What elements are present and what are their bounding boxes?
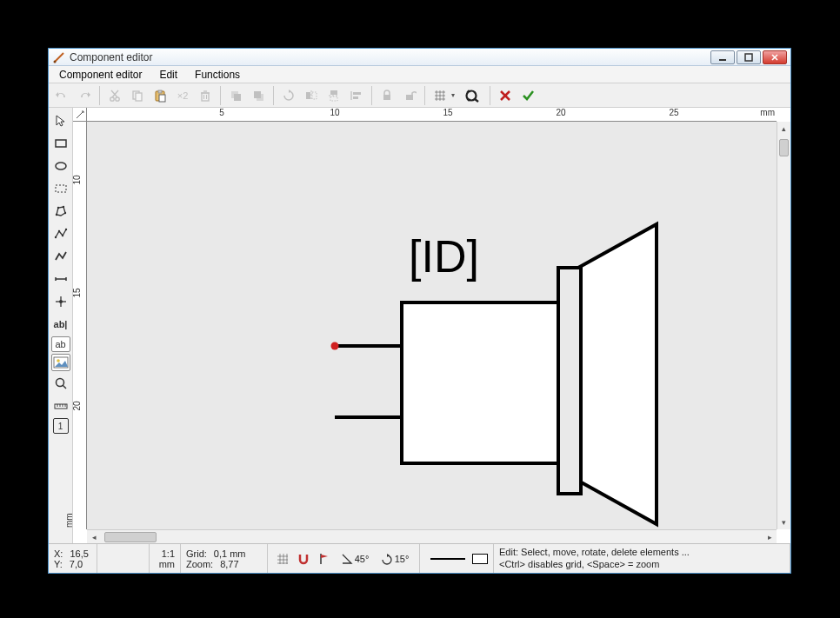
scrollbar-horizontal[interactable]: ◂ ▸: [87, 529, 777, 543]
svg-point-51: [63, 212, 65, 214]
svg-line-0: [55, 53, 63, 62]
grid-button[interactable]: [430, 85, 450, 106]
svg-rect-34: [406, 95, 413, 100]
tool-text-dynamic[interactable]: ab: [51, 336, 70, 352]
maximize-button[interactable]: [737, 50, 761, 64]
to-back-button[interactable]: [248, 85, 269, 106]
svg-rect-24: [306, 92, 310, 99]
svg-line-8: [112, 90, 118, 97]
tool-connection[interactable]: [50, 269, 71, 289]
svg-point-55: [64, 229, 66, 230]
tool-pin[interactable]: [50, 291, 71, 312]
snap-flag-button[interactable]: [315, 549, 334, 568]
tool-select[interactable]: [50, 110, 71, 131]
scrollbar-vertical[interactable]: ▴ ▾: [777, 122, 790, 529]
svg-line-42: [475, 99, 478, 102]
svg-rect-28: [330, 96, 337, 101]
rotate-button[interactable]: [278, 85, 299, 106]
svg-rect-31: [353, 92, 361, 95]
svg-line-66: [63, 385, 66, 389]
svg-rect-15: [202, 93, 209, 101]
svg-point-41: [467, 90, 477, 100]
ok-button[interactable]: [517, 85, 538, 106]
window: Component editor Component editor Edit F…: [48, 48, 791, 574]
titlebar[interactable]: Component editor: [49, 49, 790, 66]
undo-button[interactable]: [51, 85, 72, 106]
pin-marker: [331, 342, 339, 350]
lock-button[interactable]: [377, 85, 397, 106]
redo-button[interactable]: [74, 85, 95, 106]
unlock-button[interactable]: [399, 85, 420, 106]
zoom-button[interactable]: [461, 85, 485, 106]
svg-rect-25: [312, 92, 317, 99]
tool-polyline[interactable]: [50, 223, 71, 244]
menu-functions[interactable]: Functions: [188, 68, 247, 82]
svg-rect-45: [56, 140, 66, 147]
scroll-thumb-h[interactable]: [104, 532, 157, 542]
tool-zoom[interactable]: [50, 373, 71, 394]
svg-rect-47: [56, 185, 66, 192]
tool-text[interactable]: ab|: [50, 314, 71, 335]
svg-rect-2: [719, 59, 726, 61]
ruler-vertical[interactable]: 10 15 20 mm: [73, 122, 87, 529]
grid-dropdown[interactable]: ▾: [451, 91, 460, 99]
svg-rect-32: [353, 96, 358, 99]
snap-magnet-button[interactable]: [294, 549, 313, 568]
svg-point-53: [57, 230, 59, 232]
svg-rect-11: [136, 93, 142, 101]
scroll-up-icon[interactable]: ▴: [777, 122, 790, 136]
tool-polygon[interactable]: [50, 201, 71, 222]
scroll-down-icon[interactable]: ▾: [777, 515, 790, 529]
duplicate-button[interactable]: ×2: [172, 85, 193, 106]
canvas-viewport[interactable]: [ID]: [87, 122, 777, 529]
component-id-label: [ID]: [409, 231, 479, 282]
ruler-origin[interactable]: [73, 108, 87, 122]
tool-special-line[interactable]: [50, 246, 71, 267]
scroll-thumb-v[interactable]: [779, 139, 789, 156]
scroll-left-icon[interactable]: ◂: [87, 533, 101, 542]
copy-button[interactable]: [127, 85, 148, 106]
paste-button[interactable]: [150, 85, 170, 106]
menubar: Component editor Edit Functions: [49, 66, 790, 83]
status-style: [420, 544, 494, 573]
tool-image[interactable]: [51, 354, 70, 371]
status-grid-zoom: Grid: 0,1 mm Zoom: 8,77: [181, 544, 268, 573]
status-hint: Edit: Select, move, rotate, delete eleme…: [494, 544, 790, 573]
svg-rect-72: [402, 302, 558, 463]
align-button[interactable]: [346, 85, 367, 106]
drawing[interactable]: [ID]: [87, 146, 777, 529]
status-scale: 1:1 mm: [150, 544, 181, 573]
angle-15-button[interactable]: 15°: [376, 549, 414, 568]
minimize-button[interactable]: [710, 50, 735, 64]
svg-rect-73: [558, 268, 581, 494]
close-button[interactable]: [763, 50, 787, 64]
svg-point-46: [56, 163, 66, 169]
angle-45-button[interactable]: 45°: [336, 549, 374, 568]
svg-point-62: [59, 300, 63, 303]
delete-button[interactable]: [195, 85, 216, 106]
tool-frame[interactable]: 1: [53, 418, 69, 434]
mirror-v-button[interactable]: [323, 85, 344, 106]
svg-point-52: [54, 236, 56, 238]
tool-measure[interactable]: [50, 395, 71, 416]
cut-button[interactable]: [104, 85, 125, 106]
window-title: Component editor: [70, 51, 710, 63]
svg-point-49: [57, 207, 58, 209]
tool-ellipse[interactable]: [50, 156, 71, 176]
scroll-right-icon[interactable]: ▸: [763, 533, 777, 542]
tool-rectangle[interactable]: [50, 133, 71, 154]
svg-rect-13: [158, 90, 162, 93]
toolbox: ab| ab 1: [49, 108, 73, 543]
ruler-horizontal[interactable]: 5 10 15 20 25 mm: [87, 108, 777, 122]
mirror-h-button[interactable]: [301, 85, 322, 106]
cancel-button[interactable]: [495, 85, 516, 106]
tool-zone[interactable]: [50, 178, 71, 199]
line-color-swatch[interactable]: [430, 558, 465, 560]
snap-grid-button[interactable]: [273, 549, 292, 568]
svg-rect-21: [234, 94, 241, 101]
statusbar: X: 16,5 Y: 7,0 1:1 mm Grid: 0,1 mm Zoom:…: [49, 543, 790, 573]
menu-component-editor[interactable]: Component editor: [52, 68, 149, 82]
menu-edit[interactable]: Edit: [152, 68, 184, 82]
fill-color-swatch[interactable]: [472, 554, 488, 564]
to-front-button[interactable]: [225, 85, 246, 106]
